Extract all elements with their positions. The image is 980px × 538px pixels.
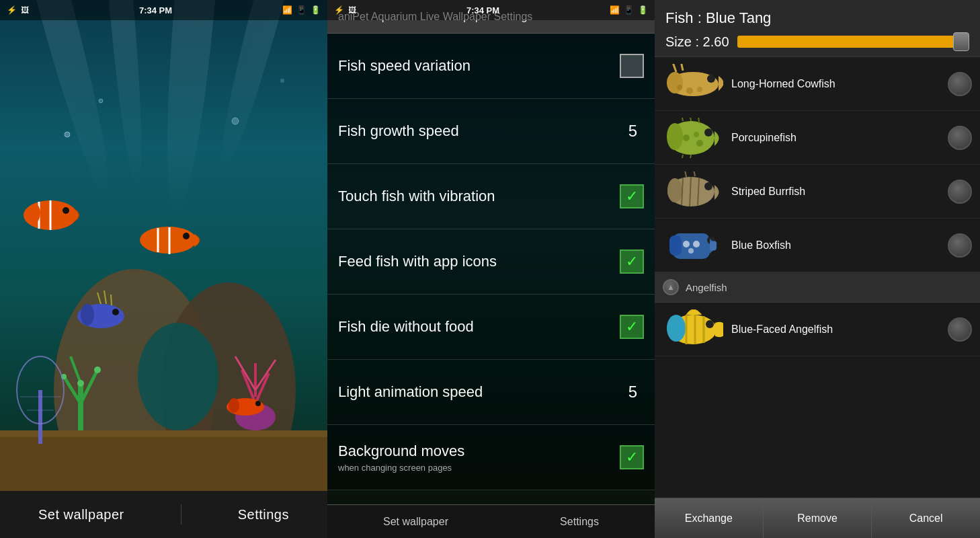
aquarium-bottom-bar[interactable]: Set wallpaper Settings [0, 491, 327, 538]
status-icons-right: 📶 📱 🔋 [282, 5, 321, 15]
vibration-checkbox[interactable]: ✓ [620, 184, 644, 208]
settings-item-fish-speed[interactable]: Fish speed variation [327, 34, 655, 99]
settings-bottom-bar[interactable]: Set wallpaper Settings [327, 504, 655, 538]
svg-point-71 [704, 182, 712, 190]
aquarium-panel: ⚡ 🖼 7:34 PM 📶 📱 🔋 [0, 0, 327, 538]
svg-point-11 [138, 323, 218, 430]
svg-point-52 [707, 75, 715, 83]
settings-settings-btn[interactable]: Settings [560, 516, 599, 528]
cowfish-thumbnail [663, 64, 723, 104]
svg-rect-78 [669, 235, 682, 256]
angelfish-name: Blue-Faced Angelfish [731, 323, 948, 336]
svg-point-51 [667, 72, 683, 93]
angelfish-radio[interactable] [948, 317, 972, 342]
svg-point-67 [694, 132, 699, 137]
light-speed-label: Light animation speed [338, 383, 628, 401]
svg-point-18 [77, 380, 84, 387]
time-display-1: 7:34 PM [139, 5, 172, 15]
vibration-label: Touch fish with vibration [338, 188, 620, 205]
settings-item-light-speed[interactable]: Light animation speed 5 [327, 360, 655, 425]
size-slider-container[interactable] [737, 32, 969, 51]
exchange-button[interactable]: Exchange [655, 498, 764, 538]
angelfish-thumbnail [663, 309, 723, 350]
svg-point-7 [232, 118, 239, 124]
status-icons-left-2: ⚡ 🖼 [334, 5, 356, 15]
svg-point-8 [280, 79, 284, 83]
size-slider-track [737, 36, 969, 48]
svg-rect-13 [0, 437, 327, 491]
svg-point-57 [697, 87, 702, 92]
cancel-button[interactable]: Cancel [872, 498, 980, 538]
fish-item-puffer[interactable]: Porcupinefish [655, 111, 980, 165]
battery-icon: 🔋 [311, 5, 321, 15]
battery-icon-2: 🔋 [638, 5, 648, 15]
remove-button[interactable]: Remove [764, 498, 872, 538]
burrfish-name: Striped Burrfish [731, 186, 948, 198]
light-speed-value: 5 [628, 383, 637, 401]
status-icons-right-2: 📶 📱 🔋 [610, 5, 648, 15]
fish-list: Long-Horned Cowfish [655, 57, 980, 498]
svg-line-76 [694, 171, 695, 176]
svg-line-54 [681, 64, 683, 71]
puffer-name: Porcupinefish [731, 132, 948, 144]
fish-title: Fish : Blue Tang [665, 9, 969, 27]
fish-size-row: Size : 2.60 [665, 32, 969, 51]
svg-line-63 [698, 118, 699, 123]
puffer-thumbnail [663, 118, 723, 158]
svg-line-61 [682, 118, 683, 121]
angelfish-group-header[interactable]: ▲ Angelfish [655, 272, 980, 303]
svg-point-40 [183, 233, 190, 239]
settings-item-vibration[interactable]: Touch fish with vibration ✓ [327, 164, 655, 229]
wifi-icon-2: 📶 [610, 5, 620, 15]
fish-action-bar[interactable]: Exchange Remove Cancel [655, 498, 980, 538]
set-wallpaper-button[interactable]: Set wallpaper [18, 500, 145, 529]
svg-line-46 [111, 295, 112, 305]
background-checkbox[interactable]: ✓ [620, 445, 644, 469]
fish-speed-label: Fish speed variation [338, 57, 620, 75]
size-slider-thumb[interactable] [953, 32, 969, 51]
svg-line-62 [690, 118, 691, 121]
fish-speed-checkbox[interactable] [620, 54, 644, 78]
background-subtitle: when changing screen pages [338, 463, 620, 473]
usb-icon: ⚡ [7, 5, 17, 15]
svg-point-60 [704, 128, 712, 137]
fish-item-burrfish[interactable]: Striped Burrfish [655, 165, 980, 219]
svg-point-6 [99, 99, 103, 103]
svg-point-84 [667, 315, 686, 342]
settings-set-wallpaper[interactable]: Set wallpaper [383, 516, 448, 528]
die-checkbox[interactable]: ✓ [620, 315, 644, 339]
boxfish-radio[interactable] [948, 233, 972, 258]
cowfish-radio[interactable] [948, 72, 972, 96]
svg-point-66 [683, 134, 690, 141]
fish-growth-label: Fish growth speed [338, 122, 628, 140]
burrfish-radio[interactable] [948, 180, 972, 204]
time-display-2: 7:34 PM [466, 5, 499, 15]
settings-item-growth-speed[interactable]: Fish growth speed 5 [327, 99, 655, 164]
svg-point-5 [65, 132, 70, 137]
boxfish-thumbnail [663, 225, 723, 266]
fish-item-cowfish[interactable]: Long-Horned Cowfish [655, 57, 980, 111]
background-label: Background moves [338, 443, 620, 460]
svg-point-42 [81, 304, 94, 325]
fish-growth-value: 5 [628, 122, 637, 141]
fish-item-boxfish[interactable]: Blue Boxfish [655, 219, 980, 272]
settings-item-die[interactable]: Fish die without food ✓ [327, 295, 655, 360]
settings-item-feed[interactable]: Feed fish with app icons ✓ [327, 229, 655, 295]
photo-icon-2: 🖼 [348, 5, 356, 15]
signal-icon: 📱 [296, 5, 307, 15]
group-icon: ▲ [663, 279, 679, 295]
svg-point-70 [667, 178, 682, 202]
bottom-bar-divider [181, 504, 181, 525]
svg-point-43 [112, 309, 119, 315]
aquarium-scene [0, 0, 327, 491]
feed-label: Feed fish with app icons [338, 253, 620, 270]
fish-item-angelfish[interactable]: Blue-Faced Angelfish [655, 303, 980, 356]
settings-panel: ⚡ 🖼 7:34 PM 📶 📱 🔋 aniPet Aquarium Live W… [327, 0, 655, 538]
burrfish-thumbnail [663, 171, 723, 212]
puffer-radio[interactable] [948, 126, 972, 150]
status-icons-left: ⚡ 🖼 [7, 5, 29, 15]
settings-button-1[interactable]: Settings [218, 500, 309, 529]
settings-item-background[interactable]: Background moves when changing screen pa… [327, 425, 655, 490]
feed-checkbox[interactable]: ✓ [620, 249, 644, 274]
svg-point-59 [667, 123, 683, 150]
